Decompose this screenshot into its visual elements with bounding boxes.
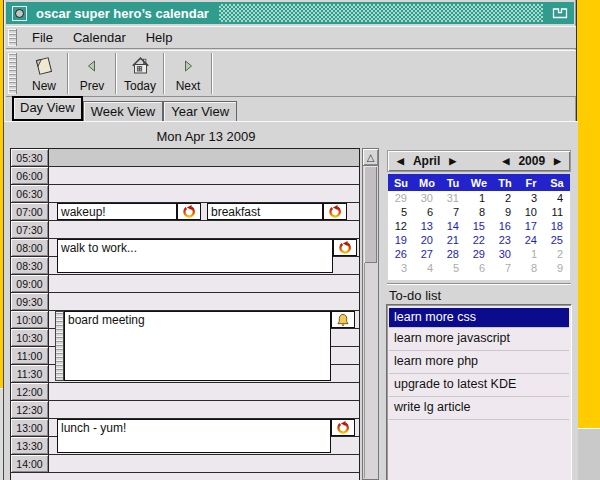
calendar-day[interactable]: 8	[466, 206, 492, 218]
calendar-day[interactable]: 4	[544, 192, 570, 204]
toolbar-button-label: New	[32, 79, 56, 93]
menu-item-file[interactable]: File	[22, 30, 63, 45]
calendar-day[interactable]: 18	[544, 220, 570, 232]
prev-year-button[interactable]: ◀	[493, 156, 518, 166]
toolbar-button-today[interactable]: Today	[118, 50, 162, 97]
calendar-day-header: Sa	[544, 177, 570, 189]
calendar-day[interactable]: 9	[544, 262, 570, 274]
event-drag-handle[interactable]	[55, 311, 64, 381]
calendar-day[interactable]: 26	[388, 248, 414, 260]
calendar-day[interactable]: 25	[544, 234, 570, 246]
calendar-day[interactable]: 29	[388, 192, 414, 204]
titlebar-pattern	[219, 4, 543, 22]
toolbar-button-prev[interactable]: Prev	[70, 50, 114, 97]
time-label: 12:00	[11, 383, 49, 400]
time-label: 10:30	[11, 329, 49, 346]
toolbar-divider	[163, 53, 165, 94]
scrollbar-trough[interactable]	[364, 263, 377, 478]
window-menu-button[interactable]	[12, 6, 27, 21]
calendar-day[interactable]: 30	[492, 248, 518, 260]
calendar-day[interactable]: 8	[518, 262, 544, 274]
time-label: 07:30	[11, 221, 49, 238]
event-lunch-yum[interactable]: lunch - yum!	[57, 419, 355, 453]
calendar-day-header: Fr	[518, 177, 544, 189]
menu-items: FileCalendarHelp	[22, 26, 182, 49]
calendar-day[interactable]: 14	[440, 220, 466, 232]
calendar-day[interactable]: 17	[518, 220, 544, 232]
calendar-day[interactable]: 3	[388, 262, 414, 274]
calendar-day[interactable]: 3	[518, 192, 544, 204]
todo-item[interactable]: write lg article	[389, 397, 569, 420]
toolbar-button-label: Next	[176, 79, 201, 93]
todo-item[interactable]: upgrade to latest KDE	[389, 374, 569, 397]
tab-day-view[interactable]: Day View	[12, 96, 83, 121]
calendar-day[interactable]: 30	[414, 192, 440, 204]
todo-list-title: To-do list	[389, 288, 441, 303]
calendar-day[interactable]: 5	[440, 262, 466, 274]
desktop-right-patch	[577, 428, 600, 480]
calendar-day[interactable]: 19	[388, 234, 414, 246]
todo-item[interactable]: learn more php	[389, 351, 569, 374]
maximize-button[interactable]	[550, 5, 570, 21]
calendar-day[interactable]: 31	[440, 192, 466, 204]
menu-item-help[interactable]: Help	[136, 30, 183, 45]
calendar-day[interactable]: 13	[414, 220, 440, 232]
titlebar[interactable]: oscar super hero’s calendar	[6, 2, 574, 24]
events-layer: wakeup!breakfastwalk to work...board mee…	[49, 149, 359, 480]
calendar-day-header: Su	[388, 177, 414, 189]
event-title-text: wakeup!	[61, 205, 106, 219]
day-grid-scrollbar[interactable]: △	[362, 148, 379, 480]
next-year-button[interactable]: ▶	[545, 156, 570, 166]
calendar-day[interactable]: 15	[466, 220, 492, 232]
event-wakeup[interactable]: wakeup!	[57, 203, 201, 220]
scrollbar-up-button[interactable]: △	[363, 149, 378, 166]
calendar-day[interactable]: 2	[492, 192, 518, 204]
toolbar-divider	[67, 53, 69, 94]
calendar-day[interactable]: 23	[492, 234, 518, 246]
calendar-day[interactable]: 20	[414, 234, 440, 246]
calendar-day[interactable]: 7	[492, 262, 518, 274]
toolbar-grip[interactable]	[8, 53, 17, 94]
calendar-day[interactable]: 12	[388, 220, 414, 232]
calendar-day[interactable]: 21	[440, 234, 466, 246]
calendar-day[interactable]: 1	[466, 192, 492, 204]
next-month-button[interactable]: ▶	[440, 156, 465, 166]
calendar-day[interactable]: 24	[518, 234, 544, 246]
calendar-day[interactable]: 27	[414, 248, 440, 260]
prev-month-button[interactable]: ◀	[388, 156, 413, 166]
calendar-day[interactable]: 29	[466, 248, 492, 260]
toolbar-button-new[interactable]: New	[22, 50, 66, 97]
menubar-grip[interactable]	[8, 29, 17, 46]
arrow-left-icon	[84, 55, 100, 78]
calendar-day[interactable]: 4	[414, 262, 440, 274]
calendar-day[interactable]: 11	[544, 206, 570, 218]
event-title-text: lunch - yum!	[61, 421, 126, 435]
calendar-day[interactable]: 28	[440, 248, 466, 260]
time-label: 11:00	[11, 347, 49, 364]
calendar-day[interactable]: 9	[492, 206, 518, 218]
calendar-day-headers: SuMoTuWeThFrSa	[388, 174, 570, 191]
calendar-day[interactable]: 2	[544, 248, 570, 260]
calendar-day[interactable]: 22	[466, 234, 492, 246]
calendar-day[interactable]: 10	[518, 206, 544, 218]
event-board-meeting[interactable]: board meeting	[55, 311, 355, 381]
calendar-day[interactable]: 5	[388, 206, 414, 218]
calendar-day[interactable]: 1	[518, 248, 544, 260]
scrollbar-thumb[interactable]	[364, 166, 377, 263]
calendar-day[interactable]: 7	[440, 206, 466, 218]
calendar-day[interactable]: 6	[466, 262, 492, 274]
event-breakfast[interactable]: breakfast	[207, 203, 347, 220]
todo-item[interactable]: learn more javascript	[389, 328, 569, 351]
time-label: 13:00	[11, 419, 49, 436]
tab-week-view[interactable]: Week View	[83, 101, 164, 121]
toolbar-button-next[interactable]: Next	[166, 50, 210, 97]
calendar-day[interactable]: 16	[492, 220, 518, 232]
event-walk-to-work[interactable]: walk to work...	[57, 239, 357, 273]
menu-item-calendar[interactable]: Calendar	[63, 30, 136, 45]
event-title: board meeting	[64, 311, 331, 381]
event-title-text: board meeting	[68, 313, 145, 327]
tab-year-view[interactable]: Year View	[163, 101, 237, 121]
todo-item[interactable]: learn more css	[389, 308, 569, 328]
panel-separator	[387, 283, 571, 285]
calendar-day[interactable]: 6	[414, 206, 440, 218]
